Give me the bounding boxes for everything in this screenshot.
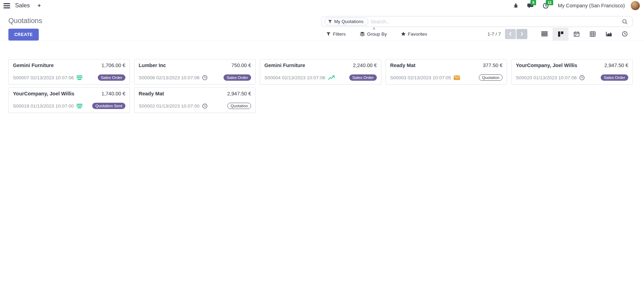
quotation-card[interactable]: Gemini Furniture 2,240.00 € S00004 02/13… (260, 59, 381, 85)
filters-dropdown[interactable]: Filters (325, 30, 346, 38)
view-button-calendar[interactable] (569, 28, 585, 41)
star-icon (401, 31, 406, 36)
debug-button[interactable] (510, 1, 522, 10)
search-options-row: Filters Group By Favorites 1-7 / 7 (321, 27, 633, 41)
calendar-view-icon (574, 31, 579, 37)
facet-label: My Quotations (334, 19, 364, 24)
company-switcher[interactable]: My Company (San Francisco) (554, 3, 628, 8)
activities-button[interactable]: 11 (540, 1, 552, 10)
status-badge: Quotation (479, 74, 503, 81)
activity-clock-icon[interactable] (579, 75, 585, 80)
amount-total: 2,947.50 € (604, 63, 628, 68)
create-button[interactable]: CREATE (8, 29, 39, 41)
chevron-left-icon (509, 32, 512, 36)
order-reference-date: S00006 02/13/2023 10:07:06 (139, 75, 199, 80)
quotation-card[interactable]: YourCompany, Joel Willis 2,947.50 € S000… (511, 59, 633, 85)
activity-email-icon[interactable] (454, 75, 460, 80)
activity-note-icon[interactable] (76, 104, 82, 108)
order-reference-date: S00007 02/13/2023 10:07:06 (13, 75, 74, 80)
bug-icon (513, 3, 519, 8)
favorites-dropdown[interactable]: Favorites (400, 30, 428, 38)
activities-count-badge: 11 (546, 0, 553, 5)
amount-total: 2,240.00 € (353, 63, 377, 68)
amount-total: 750.00 € (232, 63, 251, 68)
amount-total: 377.50 € (483, 63, 503, 68)
order-reference-date: S00003 02/13/2023 10:07:05 (390, 75, 451, 80)
view-button-list[interactable] (536, 28, 552, 41)
activity-upsell-icon[interactable] (328, 75, 335, 80)
search-bar[interactable]: My Quotations × (321, 16, 633, 27)
top-navbar: Sales + 5 11 My Company (San Francisco) (0, 0, 644, 11)
partner-name: Gemini Furniture (264, 63, 305, 68)
new-tab-button[interactable]: + (38, 2, 41, 9)
control-panel: Quotations CREATE My Quotations × (0, 11, 644, 41)
app-name: Sales (15, 2, 30, 9)
activity-view-icon (622, 31, 628, 37)
view-button-activity[interactable] (617, 28, 633, 41)
pager-previous-button[interactable] (505, 29, 516, 39)
messages-button[interactable]: 5 (524, 1, 537, 10)
filters-funnel-icon (326, 32, 331, 36)
quotation-card[interactable]: YourCompany, Joel Willis 1,740.00 € S000… (8, 87, 130, 113)
pager-next-button[interactable] (517, 29, 527, 39)
status-badge: Quotation (227, 103, 251, 109)
status-badge: Sales Order (601, 74, 628, 81)
page-title: Quotations (8, 16, 42, 25)
layers-icon (360, 31, 365, 36)
graph-view-icon (606, 31, 612, 36)
search-facet-my-quotations[interactable]: My Quotations (324, 17, 368, 26)
favorites-label: Favorites (408, 31, 427, 37)
filter-funnel-icon (328, 20, 332, 24)
order-reference-date: S00019 01/13/2023 10:07:00 (13, 103, 74, 109)
search-input[interactable] (371, 19, 620, 24)
pager-range: 1-7 / 7 (488, 31, 501, 37)
view-switcher (536, 28, 633, 41)
order-reference-date: S00004 02/13/2023 10:07:06 (264, 75, 325, 80)
apps-menu-button[interactable] (3, 3, 10, 8)
quotation-card[interactable]: Gemini Furniture 1,706.00 € S00007 02/13… (8, 59, 130, 85)
user-avatar[interactable] (631, 1, 640, 10)
chevron-right-icon (520, 32, 524, 36)
filters-label: Filters (333, 31, 346, 37)
list-view-icon (541, 31, 548, 36)
partner-name: YourCompany, Joel Willis (13, 91, 74, 96)
kanban-grid: Gemini Furniture 1,706.00 € S00007 02/13… (8, 59, 633, 113)
view-button-graph[interactable] (601, 28, 617, 41)
status-badge: Sales Order (98, 74, 125, 81)
status-badge: Sales Order (349, 74, 377, 81)
search-icon[interactable] (622, 19, 628, 25)
partner-name: YourCompany, Joel Willis (516, 63, 577, 68)
order-reference-date: S00020 01/13/2023 10:07:06 (516, 75, 577, 80)
status-badge: Quotation Sent (92, 103, 125, 109)
pivot-view-icon (590, 31, 595, 37)
view-button-pivot[interactable] (585, 28, 601, 41)
partner-name: Ready Mat (390, 63, 416, 68)
kanban-view-icon (558, 31, 563, 37)
amount-total: 1,740.00 € (101, 91, 125, 96)
order-reference-date: S00002 01/13/2023 10:07:00 (139, 103, 199, 109)
quotation-card[interactable]: Lumber Inc 750.00 € S00006 02/13/2023 10… (134, 59, 256, 85)
facet-remove-icon[interactable]: × (373, 26, 375, 31)
messages-count-badge: 5 (530, 0, 536, 5)
hamburger-icon (3, 3, 10, 8)
activity-note-icon[interactable] (76, 75, 82, 80)
partner-name: Ready Mat (139, 91, 164, 96)
status-badge: Sales Order (224, 74, 251, 81)
partner-name: Gemini Furniture (13, 63, 54, 68)
group-by-label: Group By (367, 31, 387, 37)
view-button-kanban[interactable] (552, 28, 569, 41)
quotation-card[interactable]: Ready Mat 2,947.50 € S00002 01/13/2023 1… (134, 87, 256, 113)
quotation-card[interactable]: Ready Mat 377.50 € S00003 02/13/2023 10:… (386, 59, 507, 85)
partner-name: Lumber Inc (139, 63, 166, 68)
activity-clock-icon[interactable] (202, 75, 207, 80)
activity-clock-icon[interactable] (202, 103, 207, 109)
amount-total: 1,706.00 € (101, 63, 125, 68)
amount-total: 2,947.50 € (227, 91, 251, 96)
